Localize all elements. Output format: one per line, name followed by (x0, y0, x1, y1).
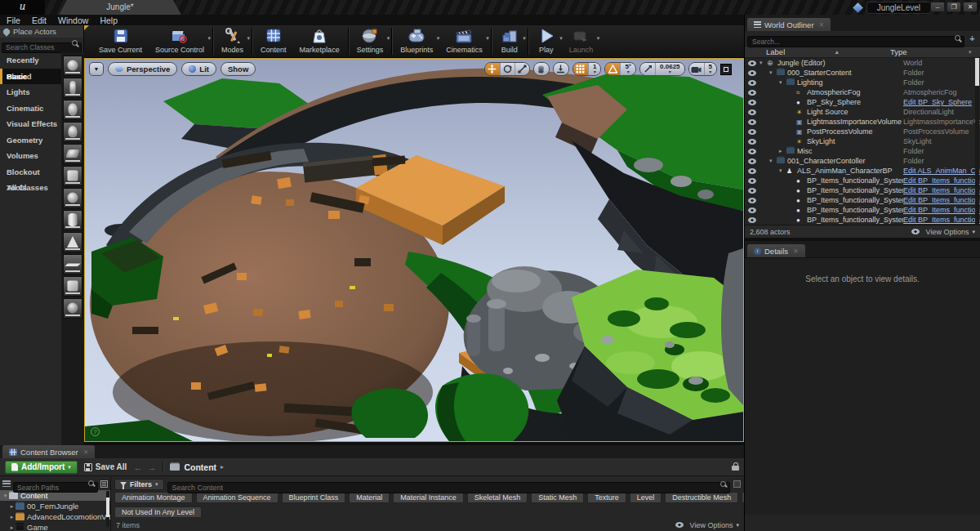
actor-type[interactable]: SkyLight (903, 137, 980, 145)
actor-thumbnail[interactable] (63, 122, 82, 142)
modes-button[interactable]: Modes ▾ (215, 25, 250, 57)
content-button[interactable]: Content (254, 25, 293, 57)
visibility-eye-icon[interactable] (748, 90, 756, 96)
visibility-eye-icon[interactable] (748, 60, 756, 66)
outliner-row[interactable]: 001_CharacterContoller Folder (745, 156, 980, 166)
viewport-options-button[interactable]: ▼ (89, 62, 104, 76)
actor-type[interactable]: Edit ALS_AnimMan_CharacterBP (903, 167, 980, 175)
tab-world-outliner[interactable]: World Outliner ✕ (747, 18, 831, 31)
actor-type[interactable]: Edit BP_Items_functionally_System (903, 186, 980, 194)
settings-button[interactable]: Settings ▾ (350, 25, 390, 57)
lock-icon[interactable] (732, 466, 739, 471)
rotation-snap-toggle[interactable] (605, 63, 620, 75)
outliner-row[interactable]: ALS_AnimMan_CharacterBP Edit ALS_AnimMan… (745, 166, 980, 176)
add-item-button[interactable]: + (967, 33, 978, 44)
actor-thumbnail[interactable] (63, 276, 82, 297)
filter-chip[interactable]: Show Redirectors (742, 492, 744, 503)
category-item[interactable]: Recently Placed (0, 52, 61, 69)
outliner-row[interactable]: SkyLight SkyLight (745, 136, 980, 146)
type-column-header[interactable]: Type (890, 47, 969, 56)
outliner-row[interactable]: Misc Folder (745, 146, 980, 156)
expander-arrow-icon[interactable] (8, 503, 16, 510)
expander-arrow-icon[interactable] (8, 524, 16, 531)
expander-arrow-icon[interactable] (8, 514, 16, 520)
list-view-icon[interactable] (100, 480, 108, 488)
expander-arrow-icon[interactable] (769, 158, 777, 164)
outliner-row[interactable]: BP_Items_functionally_System8094 Edit BP… (745, 205, 980, 215)
search-classes-input[interactable] (2, 42, 82, 53)
actor-type[interactable]: Edit BP_Items_functionally_System (903, 176, 980, 185)
rotation-snap-value[interactable]: 5°▾ (620, 63, 635, 75)
expander-arrow-icon[interactable] (779, 79, 786, 86)
actor-type[interactable]: Edit BP_Items_functionally_System (903, 196, 980, 204)
source-control-button[interactable]: Source Control ▾ (149, 25, 211, 57)
actor-type[interactable]: Folder (903, 147, 980, 155)
source-folder-row[interactable]: AdvancedLocomotionV4 (0, 511, 110, 522)
scale-snap-toggle[interactable] (640, 63, 655, 75)
actor-type[interactable]: World (903, 59, 980, 67)
marketplace-button[interactable]: Marketplace (293, 25, 346, 57)
category-item[interactable]: Volumes (0, 148, 61, 164)
category-item[interactable]: Lights (0, 84, 61, 100)
close-button[interactable]: ✕ (963, 2, 978, 12)
filter-chip[interactable]: Material Instance (393, 492, 464, 503)
expander-arrow-icon[interactable] (2, 493, 9, 499)
viewport-3d-scene[interactable] (85, 59, 743, 441)
search-paths-input[interactable] (13, 482, 98, 493)
visibility-eye-icon[interactable] (748, 158, 756, 164)
outliner-row[interactable]: Light Source DirectionalLight (745, 107, 980, 117)
actor-type[interactable]: AtmosphericFog (903, 88, 980, 96)
coordinate-system-button[interactable] (534, 63, 549, 75)
visibility-eye-icon[interactable] (748, 178, 756, 184)
actor-type[interactable]: PostProcessVolume (903, 127, 980, 136)
add-import-button[interactable]: Add/Import ▾ (5, 461, 78, 474)
save-all-button[interactable]: Save All (84, 462, 127, 471)
actor-thumbnail[interactable] (63, 78, 82, 98)
sources-toggle-icon[interactable] (2, 480, 11, 487)
actor-thumbnail[interactable] (63, 166, 82, 186)
visibility-eye-icon[interactable] (748, 119, 756, 125)
filter-chip[interactable]: Destructible Mesh (665, 492, 738, 503)
perspective-button[interactable]: Perspective (108, 62, 177, 76)
tab-content-browser[interactable]: Content Browser ✕ (2, 445, 95, 458)
forward-button[interactable]: → (147, 462, 156, 472)
visibility-eye-icon[interactable] (748, 168, 756, 174)
actor-thumbnail[interactable] (63, 100, 82, 120)
outliner-row[interactable]: BP_Sky_Sphere Edit BP_Sky_Sphere (745, 97, 980, 107)
actor-thumbnail[interactable] (63, 254, 82, 274)
outliner-row[interactable]: PostProcessVolume PostProcessVolume (745, 127, 980, 136)
expander-arrow-icon[interactable] (760, 60, 767, 66)
outliner-row[interactable]: BP_Items_functionally_System8265 Edit BP… (745, 215, 980, 225)
move-tool-button[interactable] (485, 63, 500, 75)
visibility-eye-icon[interactable] (748, 217, 756, 223)
sources-scrollbar[interactable] (106, 491, 109, 527)
category-item[interactable]: Cinematic (0, 100, 61, 117)
filters-button[interactable]: Filters ▾ (114, 479, 164, 490)
actor-thumbnail[interactable] (63, 144, 82, 164)
actor-type[interactable]: LightmassImportanceVolume (903, 118, 980, 126)
filter-chip[interactable]: Skeletal Mesh (467, 492, 528, 503)
chevron-down-icon[interactable]: ▾ (486, 35, 489, 42)
level-tab[interactable]: Jungle* (59, 0, 181, 15)
save-search-icon[interactable] (733, 480, 741, 488)
save-current-button[interactable]: Save Current (92, 25, 149, 57)
build-button[interactable]: Build ▾ (493, 25, 526, 57)
outliner-row[interactable]: BP_Items_functionally_System6596 Edit BP… (745, 195, 980, 205)
outliner-row[interactable]: AtmosphericFog AtmosphericFog (745, 87, 980, 97)
cinematics-button[interactable]: Cinematics ▾ (439, 25, 489, 57)
filter-chip[interactable]: Blueprint Class (282, 492, 346, 503)
chevron-down-icon[interactable]: ▾ (523, 35, 526, 42)
grid-snap-value[interactable]: 1▾ (588, 63, 600, 75)
actor-type[interactable]: Folder (903, 78, 980, 87)
outliner-search-input[interactable] (747, 36, 964, 47)
filter-chip[interactable]: Level (630, 492, 662, 503)
menu-item[interactable]: Edit (32, 16, 47, 25)
cb-view-options-button[interactable]: View Options ▾ (672, 521, 739, 529)
camera-speed-icon[interactable] (689, 63, 704, 75)
filter-chip[interactable]: Not Used In Any Level (114, 506, 202, 518)
grid-snap-toggle[interactable] (573, 63, 588, 75)
expander-arrow-icon[interactable] (779, 148, 786, 154)
back-button[interactable]: ← (133, 462, 142, 472)
label-column-header[interactable]: Label (766, 47, 785, 56)
source-folder-row[interactable]: 00_FernJungle (0, 501, 110, 511)
